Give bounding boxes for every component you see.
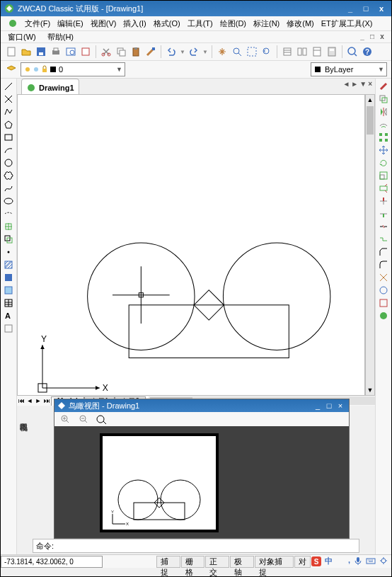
hatch-tool[interactable]: [2, 258, 15, 271]
make-block-tool[interactable]: [2, 233, 15, 246]
misc-tool-1[interactable]: [377, 284, 390, 297]
arc-tool[interactable]: [2, 144, 15, 156]
point-tool[interactable]: [2, 246, 15, 258]
tray-ime-icon[interactable]: S: [311, 556, 322, 567]
aerial-view[interactable]: Y X: [54, 426, 349, 538]
drawing-canvas[interactable]: Y X: [17, 94, 365, 396]
circle-tool[interactable]: [2, 156, 15, 169]
aerial-global-button[interactable]: [96, 413, 108, 425]
close-button[interactable]: x: [374, 3, 388, 14]
layer-prop-button[interactable]: [5, 63, 18, 76]
redo-button[interactable]: [188, 45, 200, 58]
ortho-toggle[interactable]: 正交: [205, 556, 229, 568]
menu-file[interactable]: 文件(F): [22, 17, 53, 30]
tray-keyboard-icon[interactable]: [366, 556, 376, 566]
ellipse-arc-tool[interactable]: [2, 207, 15, 220]
pan-button[interactable]: [216, 45, 229, 58]
tab-nav-prev-icon[interactable]: ◄: [25, 397, 34, 404]
publish-button[interactable]: [79, 45, 92, 58]
revcloud-tool[interactable]: [2, 169, 15, 182]
menu-window[interactable]: 窗口(W): [5, 32, 39, 42]
rotate-tool[interactable]: [377, 156, 390, 169]
spline-tool[interactable]: [2, 182, 15, 195]
menu-et[interactable]: ET扩展工具(X): [318, 17, 376, 30]
tray-moon-icon[interactable]: [335, 556, 345, 566]
polygon-tool[interactable]: [2, 118, 15, 131]
extend-tool[interactable]: [377, 207, 390, 220]
menu-modify[interactable]: 修改(M): [284, 17, 317, 30]
snap-toggle[interactable]: 捕捉: [156, 556, 180, 568]
aerial-maximize-button[interactable]: □: [323, 401, 335, 410]
menu-edit[interactable]: 编辑(E): [54, 17, 86, 30]
zoom-window-button[interactable]: [246, 45, 258, 58]
undo-dropdown-icon[interactable]: ▼: [180, 49, 185, 55]
aerial-titlebar[interactable]: 鸟瞰视图 - Drawing1 _ □ ×: [54, 399, 349, 412]
menu-view[interactable]: 视图(V): [88, 17, 120, 30]
scroll-up-icon[interactable]: ▲: [366, 95, 374, 105]
tray-ime-text[interactable]: 中: [325, 556, 333, 567]
doc-close-button[interactable]: x: [379, 33, 386, 40]
break-tool[interactable]: [377, 220, 390, 233]
zoom-prev-button[interactable]: [260, 45, 273, 58]
menu-draw[interactable]: 绘图(D): [217, 17, 249, 30]
stretch-tool[interactable]: [377, 182, 390, 195]
zoom-button[interactable]: [346, 45, 359, 58]
vertical-scrollbar[interactable]: ▲ ▼: [365, 94, 375, 396]
aerial-zoom-in-button[interactable]: [59, 413, 71, 425]
scroll-thumb[interactable]: [367, 106, 374, 135]
doc-restore-button[interactable]: □: [369, 33, 376, 40]
print-button[interactable]: [50, 45, 62, 58]
save-button[interactable]: [35, 45, 47, 58]
menu-format[interactable]: 格式(O): [151, 17, 183, 30]
trim-tool[interactable]: [377, 195, 390, 207]
grid-toggle[interactable]: 栅格: [181, 556, 205, 568]
tray-mic-icon[interactable]: [353, 556, 363, 566]
properties-button[interactable]: [281, 45, 294, 58]
help-button[interactable]: ?: [361, 45, 374, 58]
ray-tool[interactable]: [2, 93, 15, 105]
misc-tool[interactable]: [2, 322, 15, 335]
offset-tool[interactable]: [377, 118, 390, 131]
copy-button[interactable]: [115, 45, 127, 58]
copy-tool[interactable]: [377, 93, 390, 105]
matchprop-button[interactable]: [144, 45, 157, 58]
rectangle-tool[interactable]: [2, 131, 15, 144]
mirror-tool[interactable]: [377, 105, 390, 118]
command-line[interactable]: 命令:: [33, 539, 359, 553]
gradient-tool[interactable]: [2, 271, 15, 284]
erase-tool[interactable]: [377, 80, 390, 93]
explode-tool[interactable]: [377, 271, 390, 284]
join-tool[interactable]: [377, 233, 390, 246]
toolpalette-button[interactable]: [311, 45, 323, 58]
designcenter-button[interactable]: [296, 45, 309, 58]
insert-block-tool[interactable]: [2, 220, 15, 233]
tray-comma-icon[interactable]: ,: [348, 556, 350, 567]
otrack-toggle[interactable]: 对: [294, 556, 311, 568]
fillet-tool[interactable]: [377, 258, 390, 271]
open-button[interactable]: [20, 45, 33, 58]
preview-button[interactable]: [64, 45, 77, 58]
line-tool[interactable]: [2, 80, 15, 93]
aerial-zoom-out-button[interactable]: [77, 413, 90, 425]
menu-dim[interactable]: 标注(N): [250, 17, 282, 30]
maximize-button[interactable]: □: [359, 3, 373, 14]
misc-tool-3[interactable]: [377, 309, 390, 322]
move-tool[interactable]: [377, 144, 390, 156]
menu-help[interactable]: 帮助(H): [45, 32, 76, 42]
tab-nav-last-icon[interactable]: ⏭: [42, 397, 51, 404]
scale-tool[interactable]: [377, 169, 390, 182]
undo-button[interactable]: [165, 45, 178, 58]
pline-tool[interactable]: [2, 105, 15, 118]
tray-settings-icon[interactable]: [379, 556, 388, 566]
aerial-minimize-button[interactable]: _: [312, 401, 323, 410]
paste-button[interactable]: [129, 45, 142, 58]
ellipse-tool[interactable]: [2, 195, 15, 207]
misc-tool-2[interactable]: [377, 297, 390, 309]
tab-next-icon[interactable]: ►: [351, 80, 358, 88]
redo-dropdown-icon[interactable]: ▼: [202, 49, 208, 55]
tab-nav-next-icon[interactable]: ►: [34, 397, 42, 404]
new-button[interactable]: [5, 45, 18, 58]
array-tool[interactable]: [377, 131, 390, 144]
tab-menu-icon[interactable]: ▼: [359, 80, 367, 88]
layer-combo[interactable]: 0 ▼: [21, 62, 125, 76]
